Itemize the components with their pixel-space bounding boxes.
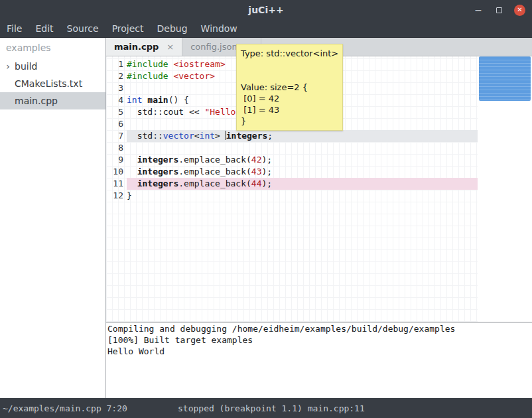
debug-tooltip: Type: std::vector<int>Value: size=2 { [0… [236, 44, 343, 131]
code-line: 8 [106, 142, 478, 154]
tab-label: main.cpp [114, 42, 159, 52]
tab-main-cpp[interactable]: main.cpp× [106, 38, 182, 56]
line-number: 5 [106, 106, 127, 118]
code-token: int [200, 131, 215, 141]
code-token: vector [163, 131, 194, 141]
code-line-content: } [127, 190, 478, 202]
code-token: main [147, 95, 168, 105]
code-token: #include [127, 59, 173, 69]
code-line-content [127, 142, 478, 154]
minimize-button[interactable]: − [473, 5, 484, 15]
line-number: 10 [106, 166, 127, 178]
code-line-content: integers.emplace_back(42); [127, 154, 478, 166]
code-token [127, 155, 137, 165]
menu-item-edit[interactable]: Edit [29, 20, 60, 38]
overview-panel [478, 56, 532, 322]
menu-item-debug[interactable]: Debug [151, 20, 194, 38]
code-token: ); [262, 178, 273, 188]
line-number: 2 [106, 70, 127, 82]
line-number: 8 [106, 142, 127, 154]
close-icon: ✕ [517, 7, 522, 13]
code-token: <iostream> [173, 59, 225, 69]
menu-item-source[interactable]: Source [60, 20, 105, 38]
debug-status: stopped (breakpoint 1.1) main.cpp:11 [178, 403, 365, 413]
menu-bar: FileEditSourceProjectDebugWindow [0, 20, 532, 38]
code-token: 44 [251, 178, 262, 188]
code-line-content: integers.emplace_back(44); [127, 178, 478, 190]
console-line: Compiling and debugging /home/eidheim/ex… [107, 323, 531, 334]
menu-item-project[interactable]: Project [105, 20, 151, 38]
sidebar-item-build[interactable]: ›build [0, 58, 105, 75]
tooltip-line: [0] = 42 [241, 93, 338, 104]
code-line: 7 std::vector<int> integers; [106, 130, 478, 142]
tab-close-icon[interactable]: × [166, 42, 174, 52]
code-token: int [127, 95, 142, 105]
code-token: ; [267, 131, 273, 141]
console-line: [100%] Built target examples [107, 334, 531, 346]
menu-item-file[interactable]: File [0, 20, 29, 38]
chevron-right-icon[interactable]: › [3, 61, 13, 72]
close-button[interactable]: ✕ [514, 5, 525, 16]
code-token: 42 [251, 155, 262, 165]
code-token: ); [262, 155, 273, 165]
sidebar: examples ›buildCMakeLists.txtmain.cpp [0, 38, 106, 398]
title-bar: juCi++ − ✕ [0, 0, 532, 20]
tooltip-line: Type: std::vector<int> [241, 48, 338, 59]
line-number: 1 [106, 58, 127, 70]
code-token: .emplace_back( [178, 155, 251, 165]
code-token: std:: [127, 131, 163, 141]
code-token [127, 167, 137, 176]
tooltip-line: } [241, 115, 338, 127]
code-line: 12} [106, 190, 478, 202]
code-token: < [194, 131, 200, 141]
line-number: 4 [106, 94, 127, 106]
line-number: 12 [106, 190, 127, 202]
file-tree: ›buildCMakeLists.txtmain.cpp [0, 58, 105, 109]
code-token: } [127, 190, 132, 200]
code-token: .emplace_back( [178, 178, 251, 188]
overview-viewport[interactable] [479, 56, 531, 101]
sidebar-item-cmakelists-txt[interactable]: CMakeLists.txt [0, 75, 105, 92]
maximize-icon [496, 7, 502, 13]
line-number: 7 [106, 130, 127, 142]
minimize-icon: − [474, 5, 482, 15]
code-line: 10 integers.emplace_back(43); [106, 166, 478, 178]
line-number: 3 [106, 82, 127, 94]
code-token: #include [127, 71, 173, 81]
window-title: juCi++ [248, 5, 283, 15]
code-token: .emplace_back( [178, 167, 251, 176]
sidebar-item-main-cpp[interactable]: main.cpp [0, 92, 105, 109]
tooltip-line [241, 70, 338, 82]
tree-item-label: CMakeLists.txt [15, 78, 82, 89]
code-line: 9 integers.emplace_back(42); [106, 154, 478, 166]
code-token: integers [137, 155, 179, 165]
code-token: <vector> [173, 71, 215, 81]
code-token [127, 178, 137, 188]
tooltip-line: [1] = 43 [241, 104, 338, 115]
tree-item-label: build [15, 61, 37, 72]
code-token: integers [137, 167, 179, 176]
console-line: Hello World [107, 346, 531, 357]
code-line-content: integers.emplace_back(43); [127, 166, 478, 178]
code-token: () { [168, 95, 189, 105]
tree-item-label: main.cpp [15, 96, 58, 106]
code-token: 43 [251, 167, 262, 176]
status-bar: ~/examples/main.cpp 7:20 stopped (breakp… [0, 398, 532, 418]
app-window: juCi++ − ✕ FileEditSourceProjectDebugWin… [0, 0, 532, 418]
line-number: 11 [106, 178, 127, 190]
code-line-content: std::vector<int> integers; [127, 130, 478, 142]
tab-label: config.json [190, 42, 237, 52]
code-token: integers [137, 178, 179, 188]
code-token: integers [226, 131, 268, 141]
tooltip-line [241, 59, 338, 70]
code-token: > [215, 131, 226, 141]
maximize-button[interactable] [494, 5, 504, 15]
code-token: std::cout << [127, 107, 204, 117]
line-number: 9 [106, 154, 127, 166]
line-number: 6 [106, 118, 127, 130]
code-line: 11 integers.emplace_back(44); [106, 178, 478, 190]
project-name: examples [0, 38, 105, 58]
debug-console[interactable]: Compiling and debugging /home/eidheim/ex… [106, 322, 532, 398]
menu-item-window[interactable]: Window [194, 20, 244, 38]
window-controls: − ✕ [473, 0, 525, 20]
